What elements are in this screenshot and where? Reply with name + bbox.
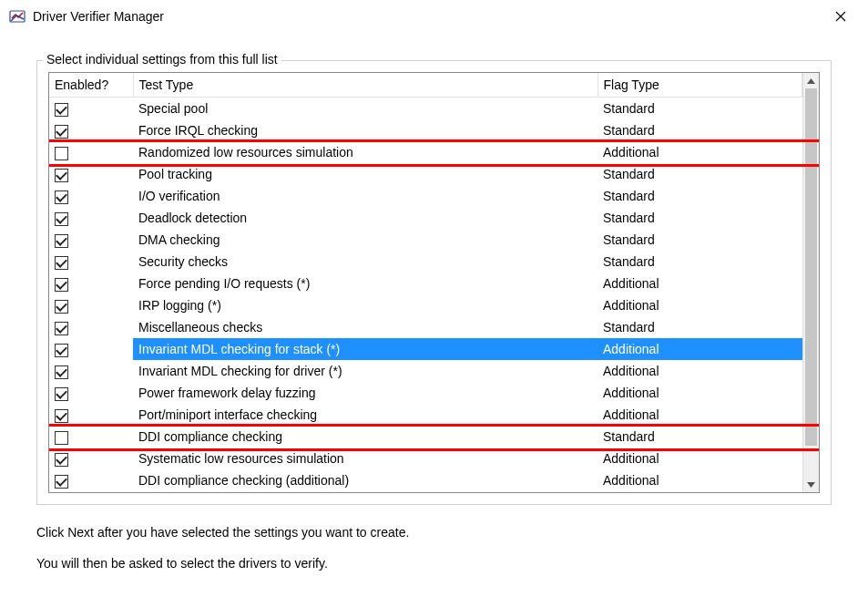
- enabled-cell: [49, 251, 133, 273]
- test-type-cell: I/O verification: [133, 185, 597, 207]
- table-row[interactable]: Deadlock detectionStandard: [49, 207, 802, 229]
- test-type-cell: IRP logging (*): [133, 294, 597, 316]
- test-type-cell: Special pool: [133, 98, 597, 120]
- enabled-checkbox[interactable]: [55, 475, 68, 489]
- enabled-cell: [49, 360, 133, 382]
- enabled-cell: [49, 98, 133, 120]
- enabled-checkbox[interactable]: [55, 387, 68, 401]
- test-type-cell: Port/miniport interface checking: [133, 404, 597, 426]
- enabled-checkbox[interactable]: [55, 409, 68, 423]
- flag-type-cell: Additional: [597, 360, 802, 382]
- column-header-enabled[interactable]: Enabled?: [49, 73, 133, 98]
- enabled-checkbox[interactable]: [55, 453, 68, 467]
- close-icon: [835, 11, 846, 22]
- table-row[interactable]: Pool trackingStandard: [49, 163, 802, 185]
- enabled-checkbox[interactable]: [55, 125, 68, 139]
- enabled-cell: [49, 119, 133, 141]
- test-type-cell: Invariant MDL checking for driver (*): [133, 360, 597, 382]
- table-row[interactable]: Systematic low resources simulationAddit…: [49, 448, 802, 469]
- enabled-cell: [49, 163, 133, 185]
- flag-type-cell: Additional: [597, 469, 802, 491]
- enabled-cell: [49, 207, 133, 229]
- enabled-checkbox[interactable]: [55, 365, 68, 379]
- test-type-cell: DMA checking: [133, 229, 597, 251]
- enabled-cell: [49, 426, 133, 448]
- instruction-text-1: Click Next after you have selected the s…: [36, 525, 832, 540]
- table-row[interactable]: DDI compliance checkingStandard: [49, 426, 802, 448]
- table-row[interactable]: DMA checkingStandard: [49, 229, 802, 251]
- enabled-checkbox[interactable]: [55, 234, 68, 248]
- scrollbar-thumb[interactable]: [805, 88, 817, 446]
- flag-type-cell: Additional: [597, 382, 802, 404]
- flag-type-cell: Additional: [597, 141, 802, 163]
- table-row[interactable]: Security checksStandard: [49, 251, 802, 273]
- test-type-cell: Deadlock detection: [133, 207, 597, 229]
- test-type-cell: Force pending I/O requests (*): [133, 273, 597, 294]
- groupbox-legend: Select individual settings from this ful…: [43, 52, 281, 67]
- enabled-cell: [49, 404, 133, 426]
- test-type-cell: Invariant MDL checking for stack (*): [133, 338, 597, 360]
- test-type-cell: Power framework delay fuzzing: [133, 382, 597, 404]
- flag-type-cell: Additional: [597, 294, 802, 316]
- flag-type-cell: Standard: [597, 163, 802, 185]
- table-row[interactable]: Force pending I/O requests (*)Additional: [49, 273, 802, 294]
- enabled-cell: [49, 469, 133, 491]
- enabled-cell: [49, 229, 133, 251]
- window: Driver Verifier Manager Select individua…: [0, 0, 868, 597]
- test-type-cell: Pool tracking: [133, 163, 597, 185]
- flag-type-cell: Standard: [597, 98, 802, 120]
- vertical-scrollbar[interactable]: [802, 73, 819, 492]
- enabled-checkbox[interactable]: [55, 256, 68, 270]
- scroll-down-arrow-icon[interactable]: [803, 477, 819, 492]
- table-row[interactable]: Miscellaneous checksStandard: [49, 316, 802, 338]
- enabled-checkbox[interactable]: [55, 278, 68, 292]
- enabled-checkbox[interactable]: [55, 322, 68, 335]
- table-row[interactable]: Randomized low resources simulationAddit…: [49, 141, 802, 163]
- column-header-flag-type[interactable]: Flag Type: [597, 73, 802, 98]
- test-type-cell: DDI compliance checking (additional): [133, 469, 597, 491]
- enabled-checkbox[interactable]: [55, 300, 68, 314]
- table-row[interactable]: Special poolStandard: [49, 98, 802, 120]
- table-row[interactable]: Port/miniport interface checkingAddition…: [49, 404, 802, 426]
- enabled-checkbox[interactable]: [55, 344, 68, 357]
- flag-type-cell: Standard: [597, 229, 802, 251]
- enabled-cell: [49, 185, 133, 207]
- settings-listview[interactable]: Enabled? Test Type Flag Type Special poo…: [48, 72, 820, 493]
- enabled-checkbox[interactable]: [55, 169, 68, 182]
- table-row[interactable]: Invariant MDL checking for stack (*)Addi…: [49, 338, 802, 360]
- table-row[interactable]: Power framework delay fuzzingAdditional: [49, 382, 802, 404]
- enabled-checkbox[interactable]: [55, 212, 68, 226]
- table-row[interactable]: Invariant MDL checking for driver (*)Add…: [49, 360, 802, 382]
- test-type-cell: DDI compliance checking: [133, 426, 597, 448]
- enabled-checkbox[interactable]: [55, 147, 68, 160]
- scrollbar-track[interactable]: [803, 88, 819, 477]
- column-header-test-type[interactable]: Test Type: [133, 73, 597, 98]
- flag-type-cell: Additional: [597, 404, 802, 426]
- test-type-cell: Randomized low resources simulation: [133, 141, 597, 163]
- enabled-cell: [49, 316, 133, 338]
- flag-type-cell: Standard: [597, 119, 802, 141]
- flag-type-cell: Additional: [597, 338, 802, 360]
- flag-type-cell: Additional: [597, 448, 802, 469]
- table-row[interactable]: I/O verificationStandard: [49, 185, 802, 207]
- table-row[interactable]: Force IRQL checkingStandard: [49, 119, 802, 141]
- test-type-cell: Systematic low resources simulation: [133, 448, 597, 469]
- app-icon: [9, 8, 26, 25]
- table-row[interactable]: IRP logging (*)Additional: [49, 294, 802, 316]
- flag-type-cell: Standard: [597, 316, 802, 338]
- table-row[interactable]: DDI compliance checking (additional)Addi…: [49, 469, 802, 491]
- enabled-cell: [49, 273, 133, 294]
- flag-type-cell: Additional: [597, 273, 802, 294]
- flag-type-cell: Standard: [597, 426, 802, 448]
- enabled-checkbox[interactable]: [55, 431, 68, 445]
- close-button[interactable]: [822, 3, 859, 30]
- enabled-checkbox[interactable]: [55, 103, 68, 117]
- flag-type-cell: Standard: [597, 207, 802, 229]
- window-title: Driver Verifier Manager: [33, 9, 164, 24]
- flag-type-cell: Standard: [597, 185, 802, 207]
- instruction-text-2: You will then be asked to select the dri…: [36, 556, 832, 571]
- flag-type-cell: Standard: [597, 251, 802, 273]
- enabled-checkbox[interactable]: [55, 190, 68, 204]
- scroll-up-arrow-icon[interactable]: [803, 73, 819, 88]
- enabled-cell: [49, 294, 133, 316]
